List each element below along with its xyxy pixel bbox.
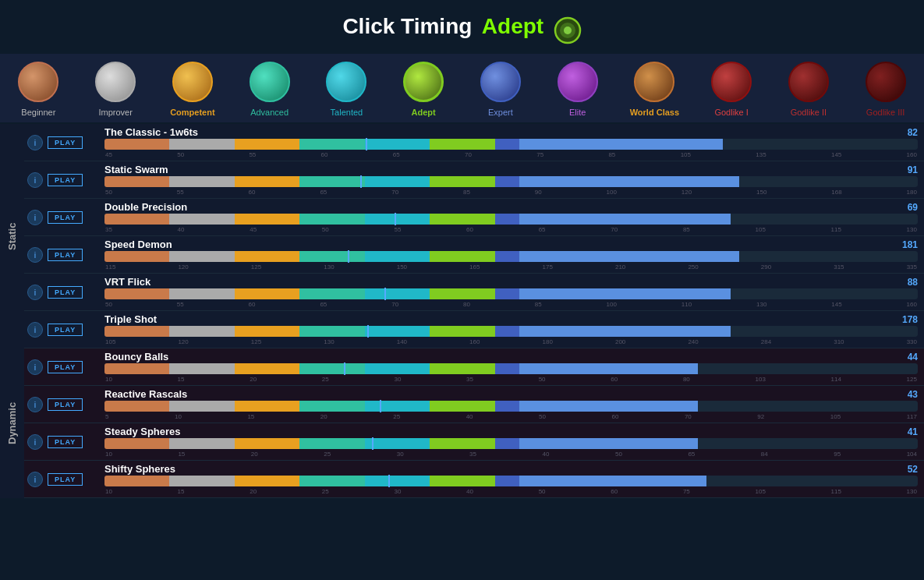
row-score: 43 — [908, 389, 918, 400]
rank-adept[interactable]: Adept — [385, 62, 462, 118]
rank-talented[interactable]: Talented — [308, 62, 385, 118]
rank-improver-label: Improver — [98, 107, 132, 118]
row-chart: The Classic - 1w6ts 82 45505560657075851… — [104, 126, 921, 158]
rank-godlike2-icon — [788, 62, 829, 102]
rank-godlike1-icon — [711, 62, 752, 102]
row-controls: i PLAY — [27, 472, 101, 487]
rank-elite[interactable]: Elite — [539, 62, 616, 118]
static-label: Static — [0, 124, 24, 348]
row-score: 52 — [908, 464, 918, 475]
rank-expert[interactable]: Expert — [462, 62, 540, 118]
rank-beginner-label: Beginner — [21, 107, 55, 118]
rank-godlike2-label: Godlike II — [791, 107, 827, 118]
row-controls: i PLAY — [27, 172, 101, 188]
rank-elite-label: Elite — [569, 107, 586, 118]
info-button[interactable]: i — [27, 359, 43, 375]
rank-competent[interactable]: Competent — [154, 62, 232, 118]
rank-godlike2[interactable]: Godlike II — [770, 62, 848, 118]
info-button[interactable]: i — [27, 397, 43, 412]
rank-expert-label: Expert — [488, 107, 513, 118]
dynamic-label: Dynamic — [0, 348, 24, 498]
info-button[interactable]: i — [27, 135, 43, 150]
row-controls: i PLAY — [27, 397, 101, 412]
row-chart: Shifty Spheres 52 1015202530405060751051… — [104, 463, 921, 495]
table-row: i PLAY Double Precision 69 3540455055606… — [24, 199, 924, 236]
row-chart: VRT Flick 88 505560657080851001101301451… — [104, 276, 921, 308]
row-controls: i PLAY — [27, 247, 101, 263]
info-button[interactable]: i — [27, 247, 43, 263]
row-title: VRT Flick — [104, 276, 150, 288]
rank-bar: Beginner Improver Competent Advanced Tal… — [0, 54, 924, 124]
row-chart: Speed Demon 181 115120125130150165175210… — [104, 239, 921, 271]
rank-label: Adept — [482, 14, 543, 38]
row-chart: Triple Shot 178 105120125130140160180200… — [104, 313, 921, 345]
row-title: Reactive Rascals — [104, 388, 187, 400]
play-button[interactable]: PLAY — [48, 398, 83, 411]
row-chart: Bouncy Balls 44 101520253035506080103114… — [104, 351, 921, 383]
row-controls: i PLAY — [27, 322, 101, 338]
row-controls: i PLAY — [27, 210, 101, 225]
rank-godlike3[interactable]: Godlike III — [847, 62, 924, 118]
rank-competent-icon — [172, 62, 213, 102]
row-title: The Classic - 1w6ts — [104, 126, 198, 138]
rank-godlike1-label: Godlike I — [714, 107, 748, 118]
rank-improver[interactable]: Improver — [77, 62, 154, 118]
play-button[interactable]: PLAY — [48, 361, 83, 373]
row-chart: Steady Spheres 41 1015202530354050658495… — [104, 426, 921, 458]
row-score: 44 — [908, 352, 918, 362]
page-header: Click Timing Adept — [0, 0, 924, 54]
main-content: Static i PLAY The Classic - 1w6ts 82 — [0, 124, 924, 498]
row-title: Double Precision — [104, 201, 187, 213]
row-title: Steady Spheres — [104, 426, 181, 437]
rank-icon — [554, 16, 582, 44]
play-button[interactable]: PLAY — [48, 249, 83, 261]
row-controls: i PLAY — [27, 434, 101, 450]
rank-world-class[interactable]: World Class — [616, 62, 693, 118]
rank-world-class-label: World Class — [630, 107, 679, 118]
table-row: i PLAY Steady Spheres 41 101520253035405… — [24, 423, 924, 461]
rank-world-class-icon — [634, 62, 674, 102]
svg-point-2 — [564, 27, 572, 34]
row-chart: Reactive Rascals 43 51015202540506070921… — [104, 388, 921, 420]
table-row: i PLAY Static Swarm 91 50556065708590100… — [24, 161, 924, 199]
rank-expert-icon — [480, 62, 521, 102]
rank-godlike3-icon — [866, 62, 906, 102]
info-button[interactable]: i — [27, 285, 43, 300]
row-controls: i PLAY — [27, 285, 101, 300]
rank-advanced-icon — [250, 62, 290, 102]
static-rows: i PLAY The Classic - 1w6ts 82 4550556065… — [24, 124, 924, 348]
table-row: i PLAY Triple Shot 178 10512012513014016… — [24, 311, 924, 348]
row-score: 178 — [902, 314, 918, 325]
info-button[interactable]: i — [27, 322, 43, 338]
dynamic-section: Dynamic i PLAY Bouncy Balls 44 101 — [0, 348, 924, 498]
play-button[interactable]: PLAY — [48, 174, 83, 186]
rank-godlike1[interactable]: Godlike I — [693, 62, 770, 118]
info-button[interactable]: i — [27, 172, 43, 188]
row-score: 88 — [908, 277, 918, 288]
row-title: Shifty Spheres — [104, 463, 175, 475]
info-button[interactable]: i — [27, 472, 43, 487]
table-row: i PLAY Reactive Rascals 43 5101520254050… — [24, 386, 924, 423]
rank-talented-label: Talented — [331, 107, 363, 118]
row-title: Triple Shot — [104, 313, 157, 325]
rank-talented-icon — [326, 62, 366, 102]
play-button[interactable]: PLAY — [48, 324, 83, 336]
table-row: i PLAY Speed Demon 181 11512012513015016… — [24, 236, 924, 274]
play-button[interactable]: PLAY — [48, 286, 83, 299]
info-button[interactable]: i — [27, 210, 43, 225]
info-button[interactable]: i — [27, 434, 43, 450]
rank-advanced[interactable]: Advanced — [231, 62, 308, 118]
play-button[interactable]: PLAY — [48, 473, 83, 486]
row-title: Speed Demon — [104, 239, 172, 250]
dynamic-rows: i PLAY Bouncy Balls 44 10152025303550608… — [24, 348, 924, 498]
rank-beginner[interactable]: Beginner — [0, 62, 77, 118]
row-score: 69 — [908, 202, 918, 213]
rank-advanced-label: Advanced — [250, 107, 289, 118]
play-button[interactable]: PLAY — [48, 436, 83, 448]
table-row: i PLAY Bouncy Balls 44 10152025303550608… — [24, 348, 924, 386]
rank-adept-icon — [403, 62, 444, 102]
play-button[interactable]: PLAY — [48, 136, 83, 149]
page-title: Click Timing — [342, 14, 472, 38]
row-score: 181 — [902, 239, 918, 250]
play-button[interactable]: PLAY — [48, 211, 83, 224]
